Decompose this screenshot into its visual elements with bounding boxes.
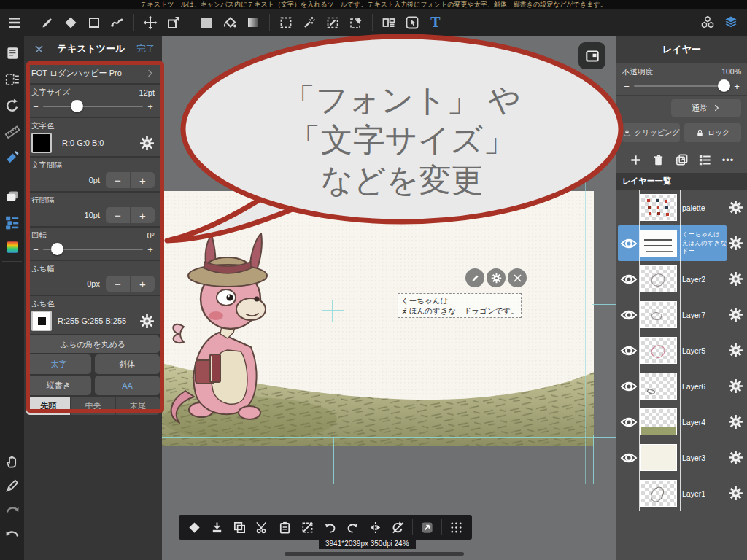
italic-button[interactable]: 斜体 [95,354,160,374]
undo-rotate-button[interactable] [319,517,341,537]
layer-row[interactable]: Layer4 [616,404,747,440]
layer-row[interactable]: Layer2 [616,261,747,297]
layer-list-options-button[interactable] [696,151,713,168]
airbrush-icon[interactable] [3,147,21,166]
visibility-eye-icon[interactable] [619,273,638,286]
layer-row[interactable]: くーちゃんは えほんのすきな ドー [616,225,747,261]
round-corner-button[interactable]: ふちの角を丸める [26,335,160,353]
layer-row[interactable]: palette [616,190,747,225]
canvas-paper[interactable] [162,191,594,446]
align-center-tab[interactable]: 中央 [70,397,115,415]
gear-icon[interactable] [139,135,155,151]
slider-minus-label[interactable]: − [622,81,631,92]
clipping-button[interactable]: クリッピング [622,123,680,142]
layer-thumbnail[interactable] [640,480,677,507]
slider-plus-label[interactable]: + [146,101,155,112]
layer-settings-gear-icon[interactable] [727,378,744,395]
move-tool-icon[interactable] [139,12,162,34]
visibility-eye-icon[interactable] [619,380,638,393]
text-color-swatch[interactable] [31,133,52,153]
eraser-tool-icon[interactable] [59,12,82,34]
menu-icon[interactable] [3,12,26,34]
layer-thumbnail[interactable] [640,265,677,292]
palette-icon[interactable] [3,238,21,256]
gear-icon[interactable] [139,313,155,329]
marquee-select-icon[interactable] [274,12,298,34]
blend-mode-button[interactable]: 通常 [671,99,741,117]
home-indicator[interactable] [285,552,464,556]
close-icon[interactable] [31,42,46,56]
layer-thumbnail[interactable] [640,408,677,435]
layer-settings-gear-icon[interactable] [727,449,744,467]
layer-thumbnail[interactable] [640,337,677,364]
done-button[interactable]: 完了 [136,43,155,55]
slider-minus-label[interactable]: − [31,101,40,112]
layer-settings-gear-icon[interactable] [727,235,744,252]
align-end-tab[interactable]: 末尾 [115,397,160,415]
edit-text-button[interactable] [465,268,484,287]
lock-button[interactable]: ロック [684,123,742,142]
layer-thumbnail[interactable] [640,194,677,221]
opacity-slider[interactable]: − + [622,79,741,93]
rotate-reset-button[interactable] [387,517,409,537]
pen-cursor-icon[interactable] [3,476,21,494]
slider-knob[interactable] [71,100,83,112]
visibility-eye-icon[interactable] [619,416,638,429]
windows-icon[interactable] [3,187,21,205]
duplicate-button[interactable] [228,517,251,537]
curve-tool-icon[interactable] [106,12,129,34]
layer-row[interactable]: Layer7 [616,297,747,332]
canvas-workspace[interactable]: くーちゃんは えほんのすきな ドラゴンです。 [162,36,616,560]
layer-thumbnail[interactable] [640,230,677,257]
material-cubes-icon[interactable] [696,12,719,34]
layer-thumbnail[interactable] [640,301,677,328]
plus-button[interactable]: + [130,276,155,292]
plus-button[interactable]: + [130,207,155,223]
visibility-eye-icon[interactable] [619,237,638,250]
floating-window-toggle-button[interactable] [578,42,605,69]
fill-color-swatch-icon[interactable] [195,12,218,34]
antialias-button[interactable]: AA [95,376,160,395]
slider-minus-label[interactable]: − [31,244,40,255]
layer-row[interactable]: Layer1 [616,475,747,511]
layer-settings-gear-icon[interactable] [727,485,744,502]
layer-row[interactable]: Layer5 [616,332,747,368]
text-settings-button[interactable] [487,268,506,287]
layer-settings-gear-icon[interactable] [727,342,744,359]
bold-button[interactable]: 太字 [26,354,91,374]
edge-color-swatch[interactable] [31,311,52,331]
transform-button[interactable] [183,517,206,537]
layer-thumbnail[interactable] [640,373,677,400]
layer-row[interactable]: Layer3 [616,440,747,475]
duplicate-layer-button[interactable] [673,151,691,168]
save-export-button[interactable] [206,517,228,537]
shape-tool-icon[interactable] [82,12,106,34]
add-layer-button[interactable] [627,151,644,168]
slider-plus-label[interactable]: + [146,244,155,255]
slider-knob[interactable] [718,79,730,92]
cut-button[interactable] [251,517,274,537]
hand-tool-icon[interactable] [3,452,21,470]
font-row[interactable]: FOT-ロダンハッピー Pro [26,63,160,83]
text-tool-button[interactable]: T [424,12,447,34]
rotation-slider[interactable]: − + [31,242,155,257]
ruler-icon[interactable] [3,122,21,141]
visibility-eye-icon[interactable] [619,344,638,357]
delete-layer-button[interactable] [650,151,667,168]
minus-button[interactable]: − [106,172,130,188]
deselect-button[interactable] [296,517,319,537]
panel-layout-icon[interactable] [377,12,400,34]
more-options-button[interactable]: ••• [719,151,737,168]
brush-tool-icon[interactable] [36,12,59,34]
flip-horizontal-button[interactable] [364,517,387,537]
redo-icon[interactable] [3,500,21,518]
layers-panel-toggle-icon[interactable] [719,12,743,34]
redo-rotate-button[interactable] [341,517,364,537]
canvas-text-object[interactable]: くーちゃんは えほんのすきな ドラゴンです。 [398,293,522,318]
size-slider[interactable]: − + [31,99,155,114]
layer-thumbnail[interactable] [640,444,677,471]
select-eraser-icon[interactable] [344,12,368,34]
rotate-view-icon[interactable] [3,96,21,114]
undo-icon[interactable] [3,524,21,542]
minus-button[interactable]: − [106,276,130,292]
